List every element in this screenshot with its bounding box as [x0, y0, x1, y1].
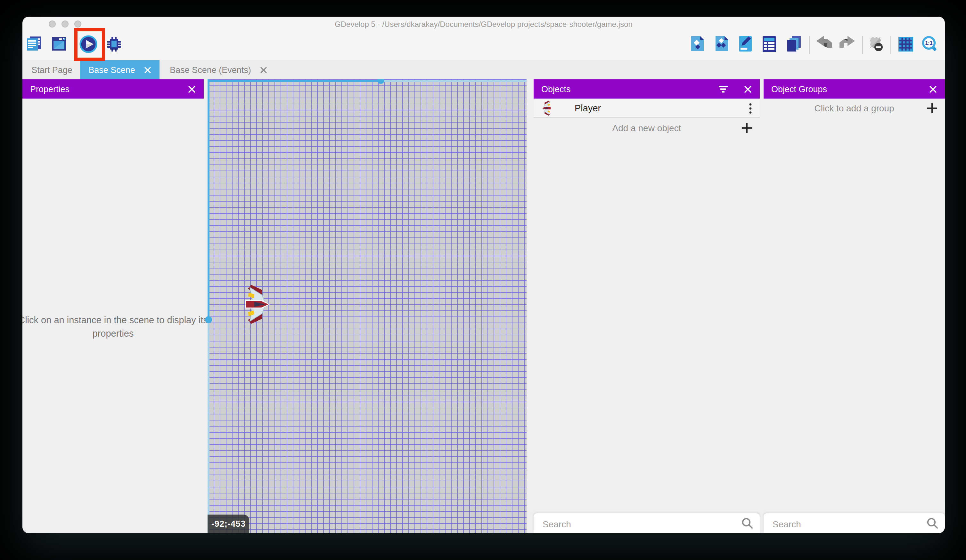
cursor-coordinates-badge: -92;-453 — [207, 514, 249, 533]
editor-content: Properties Click on an instance in the s… — [22, 79, 945, 533]
open-object-groups-button[interactable] — [712, 34, 731, 54]
toolbar-separator — [809, 36, 810, 54]
search-icon — [741, 517, 753, 532]
add-group-plus-icon[interactable] — [926, 102, 938, 115]
groups-search-bar — [764, 513, 945, 533]
debugger-icon — [104, 34, 124, 54]
screenshot-root: GDevelop 5 - /Users/dkarakay/Documents/G… — [0, 0, 966, 560]
preview-window-icon — [50, 34, 69, 54]
main-toolbar: 1:1 — [22, 31, 945, 60]
groups-search-input[interactable] — [771, 513, 901, 533]
object-groups-panel: Object Groups Click to add a group — [764, 79, 945, 533]
objects-panel-header: Objects — [534, 79, 760, 98]
add-new-object-row[interactable]: Add a new object — [534, 118, 760, 138]
object-menu-kebab-icon[interactable] — [749, 103, 752, 116]
properties-panel: Properties Click on an instance in the s… — [22, 79, 204, 533]
editor-tabbar: Start Page Base Scene Base Scene (Events… — [22, 60, 945, 79]
toggle-grid-button[interactable] — [896, 34, 915, 54]
redo-icon — [837, 34, 856, 54]
object-name: Player — [575, 103, 601, 113]
object-groups-icon — [712, 34, 731, 54]
redo-button[interactable] — [837, 34, 856, 54]
properties-panel-title: Properties — [30, 84, 69, 94]
filter-icon[interactable] — [718, 85, 728, 92]
scene-border-handle-left[interactable] — [205, 316, 212, 323]
scene-canvas[interactable]: -92;-453 — [207, 79, 527, 533]
mask-icon — [867, 34, 886, 54]
scene-window-border-top — [207, 80, 381, 82]
open-instances-list-button[interactable] — [760, 34, 779, 54]
add-object-plus-icon[interactable] — [741, 121, 753, 134]
close-tab-icon[interactable] — [260, 66, 267, 73]
open-layers-button[interactable] — [784, 34, 803, 54]
object-groups-panel-title: Object Groups — [771, 84, 827, 94]
toolbar-separator — [862, 36, 863, 54]
open-objects-panel-button[interactable] — [688, 34, 707, 54]
objects-search-bar — [534, 513, 760, 533]
undo-icon — [815, 34, 834, 54]
grid-icon — [896, 34, 915, 54]
layers-icon — [784, 34, 803, 54]
zoom-1-1-icon: 1:1 — [920, 34, 940, 54]
tab-base-scene-events[interactable]: Base Scene (Events) — [159, 60, 278, 79]
scene-window-border-top-light — [381, 80, 527, 82]
close-panel-icon[interactable] — [188, 85, 196, 93]
close-panel-icon[interactable] — [929, 85, 937, 93]
properties-panel-header: Properties — [22, 79, 204, 98]
instances-list-icon — [760, 34, 779, 54]
scene-window-border-left — [207, 79, 209, 321]
properties-pencil-icon — [736, 34, 755, 54]
preview-window-button[interactable] — [50, 34, 69, 54]
scene-window-border-left-light — [207, 321, 209, 533]
window-title: GDevelop 5 - /Users/dkarakay/Documents/G… — [22, 16, 945, 31]
object-groups-panel-header: Object Groups — [764, 79, 945, 98]
gdevelop-window: GDevelop 5 - /Users/dkarakay/Documents/G… — [22, 16, 945, 533]
toggle-mask-button[interactable] — [867, 34, 886, 54]
tab-start-page[interactable]: Start Page — [24, 60, 80, 79]
project-manager-button[interactable] — [25, 34, 44, 54]
zoom-one-to-one-button[interactable]: 1:1 — [920, 34, 940, 54]
add-group-label: Click to add a group — [764, 103, 945, 113]
scene-border-handle-top[interactable] — [377, 79, 384, 84]
play-icon — [79, 34, 98, 54]
tab-base-scene[interactable]: Base Scene — [80, 60, 159, 79]
objects-panel-title: Objects — [541, 84, 571, 94]
player-object-thumbnail — [540, 100, 553, 116]
objects-search-input[interactable] — [541, 513, 702, 533]
add-object-label: Add a new object — [534, 123, 760, 133]
debugger-button[interactable] — [104, 34, 124, 54]
project-manager-icon — [25, 34, 44, 54]
object-list-item-player[interactable]: Player — [534, 98, 760, 118]
search-icon — [926, 517, 938, 532]
titlebar: GDevelop 5 - /Users/dkarakay/Documents/G… — [22, 16, 945, 31]
objects-panel-icon — [688, 34, 707, 54]
open-properties-button[interactable] — [736, 34, 755, 54]
undo-button[interactable] — [815, 34, 834, 54]
close-panel-icon[interactable] — [744, 85, 752, 93]
close-tab-icon[interactable] — [144, 66, 151, 73]
play-preview-button[interactable] — [79, 34, 98, 54]
add-group-row[interactable]: Click to add a group — [764, 98, 945, 118]
player-ship-instance[interactable] — [243, 284, 271, 324]
svg-text:1:1: 1:1 — [925, 40, 932, 46]
objects-panel: Objects — [534, 79, 760, 533]
properties-empty-message: Click on an instance in the scene to dis… — [22, 314, 209, 341]
toolbar-separator — [890, 36, 891, 54]
